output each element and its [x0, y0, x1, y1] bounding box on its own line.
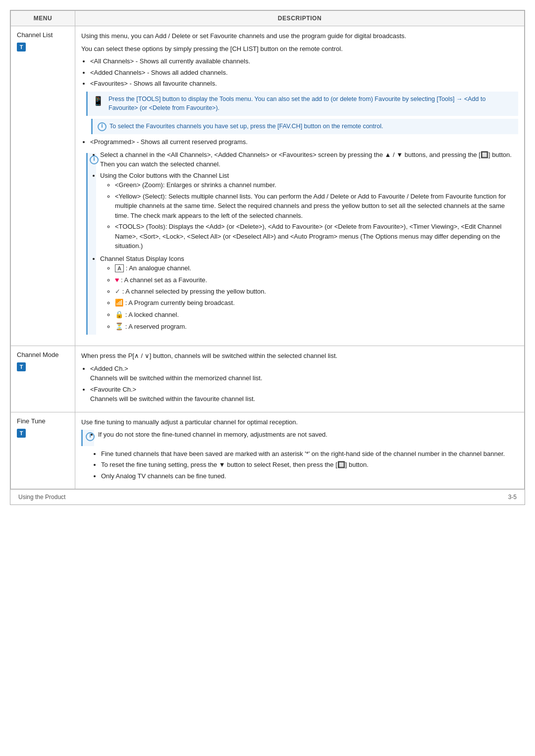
list-item: Fine tuned channels that have been saved…: [101, 449, 518, 459]
sub-note-list: Select a channel in the <All Channels>, …: [100, 150, 518, 335]
status-icon-list: A : An analogue channel. ♥ : A channel s…: [115, 263, 518, 332]
desc-col-fine-tune: Use fine tuning to manually adjust a par…: [75, 412, 525, 489]
fine-tune-note-wrapper: If you do not store the fine-tuned chann…: [81, 430, 518, 446]
channel-mode-intro: When press the P[∧ / ∨] button, channels…: [81, 351, 518, 361]
row-channel-mode: Channel Mode T When press the P[∧ / ∨] b…: [11, 346, 525, 412]
fav-note-box: To select the Favourites channels you ha…: [91, 119, 518, 134]
status-icon-lock-text: A locked channel.: [128, 311, 179, 318]
status-heading-text: Channel Status Display Icons: [100, 255, 184, 262]
status-icon-item-lock: 🔒 : A locked channel.: [115, 309, 518, 320]
status-icon-tv-text: A Program currently being broadcast.: [128, 299, 235, 306]
status-icon-label-heart-text: A channel set as a Favourite.: [124, 276, 207, 284]
row-channel-list: Channel List T Using this menu, you can …: [11, 26, 525, 346]
footer-left: Using the Product: [18, 494, 65, 501]
menu-col-fine-tune: Fine Tune T: [11, 412, 75, 489]
status-icon-check-text: A channel selected by pressing the yello…: [125, 288, 266, 295]
status-icon-item-tv: 📶 : A Program currently being broadcast.: [115, 298, 518, 308]
status-icon-item-clock: ⏳ : A reserved program.: [115, 321, 518, 332]
list-item: Only Analog TV channels can be fine tune…: [101, 471, 518, 481]
list-item: <All Channels> - Shows all currently ava…: [90, 56, 518, 66]
col-desc-header: DESCRIPTION: [75, 11, 525, 26]
added-ch-sub: Channels will be switched within the mem…: [90, 374, 263, 382]
menu-title-channel-list: Channel List: [17, 31, 69, 39]
list-item: <TOOLS> (Tools): Displays the <Add> (or …: [115, 222, 518, 251]
t-icon-fine-tune: T: [17, 429, 26, 438]
list-item: <Yellow> (Select): Selects multiple chan…: [115, 192, 518, 221]
status-icon-item-a: A : An analogue channel.: [115, 263, 518, 273]
icon-lock: 🔒: [115, 310, 123, 318]
status-icon-item-check: ✓ : A channel selected by pressing the y…: [115, 287, 518, 297]
icon-tv: 📶: [115, 299, 123, 306]
icon-heart: ♥: [115, 276, 119, 284]
page-footer: Using the Product 3-5: [10, 489, 525, 504]
desc-col-channel-mode: When press the P[∧ / ∨] button, channels…: [75, 346, 525, 412]
fav-ch-label: <Favourite Ch.>: [90, 386, 136, 393]
list-item: <Green> (Zoom): Enlarges or shrinks a ch…: [115, 180, 518, 190]
sub-note-wrapper: Select a channel in the <All Channels>, …: [86, 150, 518, 338]
main-table: MENU DESCRIPTION Channel List T Using th…: [10, 10, 525, 489]
channel-list-intro1: Using this menu, you can Add / Delete or…: [81, 31, 518, 41]
sub-note-item: Select a channel in the <All Channels>, …: [100, 150, 518, 169]
icon-analogue: A: [115, 264, 124, 272]
footer-right: 3-5: [508, 494, 517, 501]
menu-col-channel-mode: Channel Mode T: [11, 346, 75, 412]
programmed-bullet: <Programmed> - Shows all current reserve…: [90, 137, 518, 147]
fav-note-text: To select the Favourites channels you ha…: [109, 122, 383, 131]
t-icon-channel-mode: T: [17, 362, 26, 371]
note-icon-2: [90, 155, 99, 164]
status-icon-clock-text: A reserved program.: [128, 323, 187, 330]
list-item: <Favourites> - Shows all favourite chann…: [90, 79, 518, 89]
list-item: To reset the fine tuning setting, press …: [101, 460, 518, 470]
row-fine-tune: Fine Tune T Use fine tuning to manually …: [11, 412, 525, 489]
menu-title-fine-tune: Fine Tune: [17, 417, 69, 425]
menu-col-channel-list: Channel List T: [11, 26, 75, 346]
status-heading-item: Channel Status Display Icons A : An anal…: [100, 254, 518, 332]
tools-note-text: Press the [TOOLS] button to display the …: [108, 95, 513, 113]
list-item-fav: <Favourite Ch.> Channels will be switche…: [90, 385, 518, 404]
fine-tune-intro: Use fine tuning to manually adjust a par…: [81, 417, 518, 427]
tools-symbol: 📱: [93, 95, 104, 108]
fav-ch-sub: Channels will be switched within the fav…: [90, 395, 255, 403]
list-item: <Added Channels> - Shows all added chann…: [90, 68, 518, 78]
t-icon-channel-list: T: [17, 43, 26, 51]
page-container: MENU DESCRIPTION Channel List T Using th…: [10, 10, 525, 505]
desc-col-channel-list: Using this menu, you can Add / Delete or…: [75, 26, 525, 346]
channel-list-main-bullets: <All Channels> - Shows all currently ava…: [90, 56, 518, 89]
note-icon-3: [86, 432, 95, 441]
fine-tune-bullets: Fine tuned channels that have been saved…: [101, 449, 518, 481]
color-bullets: <Green> (Zoom): Enlarges or shrinks a ch…: [115, 180, 518, 251]
channel-list-intro2: You can select these options by simply p…: [81, 44, 518, 54]
icon-checkmark: ✓: [115, 288, 120, 295]
tools-note-box: 📱 Press the [TOOLS] button to display th…: [86, 92, 518, 116]
fine-tune-note-list: If you do not store the fine-tuned chann…: [98, 430, 327, 441]
note-icon: [98, 122, 107, 131]
icon-clock: ⏳: [115, 322, 123, 330]
list-item: <Programmed> - Shows all current reserve…: [90, 137, 518, 147]
col-menu-header: MENU: [11, 11, 75, 26]
added-ch-label: <Added Ch.>: [90, 365, 128, 372]
channel-mode-bullets: <Added Ch.> Channels will be switched wi…: [90, 364, 518, 404]
color-heading-text: Using the Color buttons with the Channel…: [100, 172, 229, 179]
list-item-added: <Added Ch.> Channels will be switched wi…: [90, 364, 518, 383]
color-heading-item: Using the Color buttons with the Channel…: [100, 171, 518, 251]
menu-title-channel-mode: Channel Mode: [17, 351, 69, 358]
fine-tune-note-text: If you do not store the fine-tuned chann…: [98, 430, 327, 440]
status-icon-label-a: An analogue channel.: [129, 264, 191, 272]
status-icon-item-heart: ♥ : A channel set as a Favourite.: [115, 275, 518, 285]
